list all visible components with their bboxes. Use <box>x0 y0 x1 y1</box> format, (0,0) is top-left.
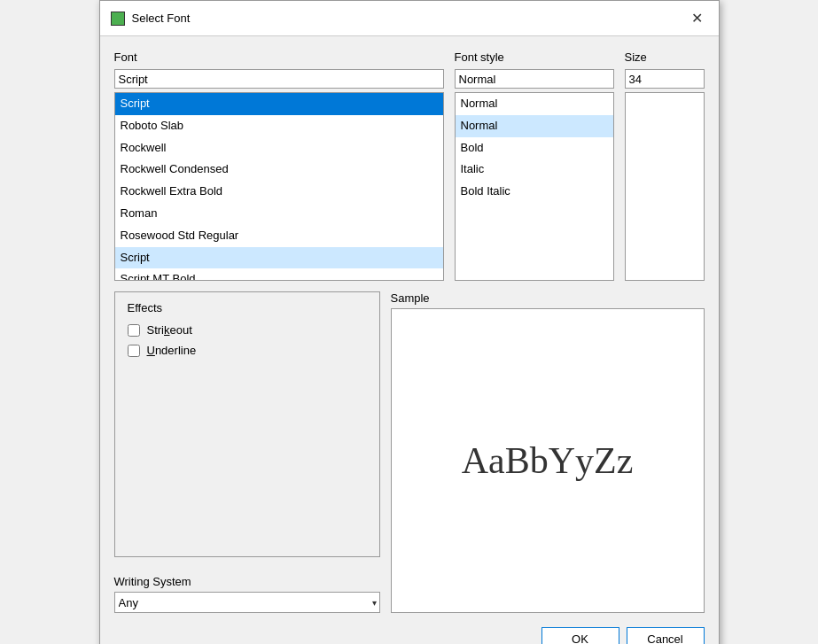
style-input[interactable] <box>455 69 614 89</box>
font-panel: Font ScriptRoboto SlabRockwellRockwell C… <box>114 50 444 281</box>
writing-system-select[interactable]: AnyLatinGreekCyrillicArmenianHebrewArabi… <box>114 592 380 613</box>
button-row: OK Cancel <box>114 624 705 644</box>
style-label: Font style <box>455 50 614 64</box>
list-item[interactable]: Script <box>115 93 443 115</box>
style-panel: Font style NormalNormalBoldItalicBold It… <box>455 50 614 281</box>
list-item[interactable]: Rockwell <box>115 137 443 159</box>
dialog-title: Select Font <box>132 12 191 25</box>
underline-label-text: U <box>147 344 155 357</box>
sample-label: Sample <box>391 291 705 305</box>
list-item[interactable]: Normal <box>456 115 613 137</box>
list-item[interactable]: Script MT Bold <box>115 268 443 281</box>
list-item[interactable]: Bold Italic <box>456 181 613 203</box>
close-button[interactable]: ✕ <box>686 10 708 27</box>
dialog-icon <box>111 12 125 26</box>
ok-button[interactable]: OK <box>541 627 619 644</box>
underline-label[interactable]: Underline <box>147 344 197 357</box>
list-item[interactable]: Script <box>115 247 443 269</box>
size-label: Size <box>625 50 705 64</box>
size-panel: Size <box>625 50 705 281</box>
dialog-body: Font ScriptRoboto SlabRockwellRockwell C… <box>100 36 719 644</box>
list-item[interactable]: Roboto Slab <box>115 115 443 137</box>
effects-panel: Effects Strikeout Underline <box>114 291 380 557</box>
underline-row: Underline <box>128 344 367 357</box>
size-list[interactable] <box>625 92 705 281</box>
bottom-section: Effects Strikeout Underline <box>114 291 705 613</box>
size-input[interactable] <box>625 69 705 89</box>
sample-panel: Sample AaBbYyZz <box>391 291 705 613</box>
strikeout-underline-k: k <box>164 323 170 337</box>
font-list[interactable]: ScriptRoboto SlabRockwellRockwell Conden… <box>114 92 444 281</box>
underline-checkbox[interactable] <box>128 345 140 357</box>
list-item[interactable]: Rockwell Extra Bold <box>115 181 443 203</box>
strikeout-label[interactable]: Strikeout <box>147 323 192 337</box>
top-section: Font ScriptRoboto SlabRockwellRockwell C… <box>114 50 705 281</box>
font-label: Font <box>114 50 444 64</box>
writing-system-wrapper: AnyLatinGreekCyrillicArmenianHebrewArabi… <box>114 592 380 613</box>
writing-system-section: Writing System AnyLatinGreekCyrillicArme… <box>114 575 380 613</box>
writing-system-label: Writing System <box>114 575 380 588</box>
sample-text: AaBbYyZz <box>462 439 634 482</box>
list-item[interactable]: Roman <box>115 203 443 225</box>
cancel-button[interactable]: Cancel <box>627 627 705 644</box>
list-item[interactable]: Bold <box>456 137 613 159</box>
list-item[interactable]: Rosewood Std Regular <box>115 225 443 247</box>
strikeout-checkbox[interactable] <box>128 324 140 337</box>
title-bar-left: Select Font <box>111 12 191 26</box>
left-bottom: Effects Strikeout Underline <box>114 291 380 613</box>
list-item[interactable]: Rockwell Condensed <box>115 159 443 181</box>
effects-title: Effects <box>128 301 367 314</box>
strikeout-row: Strikeout <box>128 323 367 337</box>
font-input[interactable] <box>114 69 444 89</box>
list-item[interactable]: Normal <box>456 93 613 115</box>
style-list[interactable]: NormalNormalBoldItalicBold Italic <box>455 92 614 281</box>
list-item[interactable]: Italic <box>456 159 613 181</box>
select-font-dialog: Select Font ✕ Font ScriptRoboto SlabRock… <box>99 0 720 644</box>
sample-box: AaBbYyZz <box>391 308 705 613</box>
title-bar: Select Font ✕ <box>100 1 719 36</box>
